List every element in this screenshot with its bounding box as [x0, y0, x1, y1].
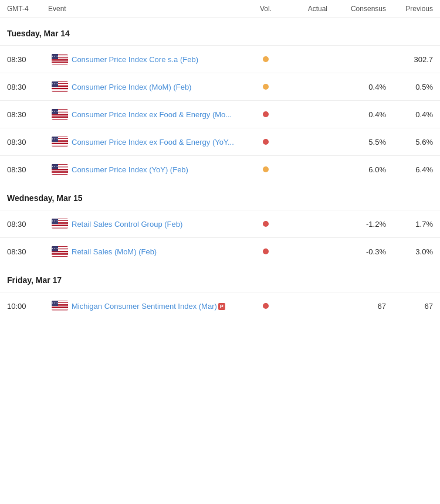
event-consensus: -0.3% [327, 247, 386, 256]
table-row[interactable]: 08:30★★★Retail Sales (MoM) (Feb)-0.3%3.0… [0, 237, 440, 265]
day-header-2: Friday, Mar 17 [0, 265, 440, 292]
event-previous: 3.0% [386, 247, 433, 256]
event-name[interactable]: Consumer Price Index Core s.a (Feb) [72, 55, 251, 64]
event-name[interactable]: Consumer Price Index (YoY) (Feb) [72, 165, 251, 174]
event-time: 08:30 [7, 220, 48, 229]
table-row[interactable]: 08:30★★★Retail Sales Control Group (Feb)… [0, 210, 440, 237]
event-previous: 302.7 [386, 55, 433, 64]
table-row[interactable]: 08:30★★★Consumer Price Index ex Food & E… [0, 100, 440, 128]
event-time: 10:00 [7, 302, 48, 311]
day-header-0: Tuesday, Mar 14 [0, 18, 440, 45]
volatility-dot-yellow [263, 56, 269, 62]
event-volatility [251, 56, 280, 62]
preliminary-badge: P [218, 303, 225, 310]
event-previous: 67 [386, 302, 433, 311]
event-name[interactable]: Consumer Price Index ex Food & Energy (Y… [72, 138, 251, 147]
event-name[interactable]: Michigan Consumer Sentiment Index (Mar)P [72, 302, 251, 311]
event-consensus: 0.4% [327, 83, 386, 91]
table-row[interactable]: 08:30★★★Consumer Price Index Core s.a (F… [0, 45, 440, 73]
event-previous: 1.7% [386, 220, 433, 229]
calendar-body: Tuesday, Mar 1408:30★★★Consumer Price In… [0, 18, 440, 319]
event-time: 08:30 [7, 165, 48, 174]
event-volatility [251, 84, 280, 90]
event-volatility [251, 111, 280, 117]
event-name[interactable]: Retail Sales (MoM) (Feb) [72, 247, 251, 256]
day-section-1: Wednesday, Mar 1508:30★★★Retail Sales Co… [0, 183, 440, 265]
table-header: GMT-4 Event Vol. Actual Consensus Previo… [0, 0, 440, 18]
event-consensus: 67 [327, 302, 386, 311]
event-flag: ★★★ [48, 246, 72, 257]
day-header-1: Wednesday, Mar 15 [0, 183, 440, 210]
event-time: 08:30 [7, 247, 48, 256]
volatility-dot-yellow [263, 166, 269, 172]
event-consensus: 0.4% [327, 110, 386, 119]
volatility-dot-red [263, 139, 269, 145]
table-row[interactable]: 08:30★★★Consumer Price Index (MoM) (Feb)… [0, 73, 440, 100]
event-time: 08:30 [7, 83, 48, 91]
event-name[interactable]: Consumer Price Index (MoM) (Feb) [72, 83, 251, 91]
event-volatility [251, 221, 280, 227]
volatility-dot-red [263, 111, 269, 117]
header-event: Event [48, 5, 251, 13]
header-previous: Previous [386, 5, 433, 13]
event-flag: ★★★ [48, 219, 72, 229]
event-name[interactable]: Retail Sales Control Group (Feb) [72, 220, 251, 229]
event-name[interactable]: Consumer Price Index ex Food & Energy (M… [72, 110, 251, 119]
event-consensus: 6.0% [327, 165, 386, 174]
event-flag: ★★★ [48, 164, 72, 175]
event-flag: ★★★ [48, 54, 72, 64]
event-flag: ★★★ [48, 109, 72, 120]
event-volatility [251, 303, 280, 309]
event-volatility [251, 248, 280, 254]
table-row[interactable]: 10:00★★★Michigan Consumer Sentiment Inde… [0, 292, 440, 319]
volatility-dot-red [263, 303, 269, 309]
event-consensus: -1.2% [327, 220, 386, 229]
header-vol: Vol. [251, 5, 280, 13]
event-previous: 6.4% [386, 165, 433, 174]
header-gmt: GMT-4 [7, 5, 48, 13]
day-section-0: Tuesday, Mar 1408:30★★★Consumer Price In… [0, 18, 440, 183]
volatility-dot-yellow [263, 84, 269, 90]
event-previous: 0.4% [386, 110, 433, 119]
table-row[interactable]: 08:30★★★Consumer Price Index (YoY) (Feb)… [0, 155, 440, 183]
header-actual: Actual [280, 5, 327, 13]
event-previous: 5.6% [386, 138, 433, 147]
event-flag: ★★★ [48, 81, 72, 92]
header-consensus: Consensus [327, 5, 386, 13]
event-previous: 0.5% [386, 83, 433, 91]
volatility-dot-red [263, 248, 269, 254]
event-volatility [251, 166, 280, 172]
event-time: 08:30 [7, 110, 48, 119]
event-time: 08:30 [7, 55, 48, 64]
table-row[interactable]: 08:30★★★Consumer Price Index ex Food & E… [0, 128, 440, 155]
day-section-2: Friday, Mar 1710:00★★★Michigan Consumer … [0, 265, 440, 319]
event-time: 08:30 [7, 138, 48, 147]
event-flag: ★★★ [48, 137, 72, 147]
event-flag: ★★★ [48, 301, 72, 311]
event-consensus: 5.5% [327, 138, 386, 147]
volatility-dot-red [263, 221, 269, 227]
event-volatility [251, 139, 280, 145]
